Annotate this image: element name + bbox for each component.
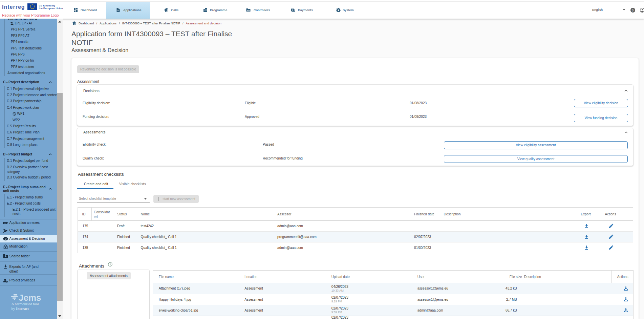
svg-text:?: ?	[632, 8, 634, 12]
